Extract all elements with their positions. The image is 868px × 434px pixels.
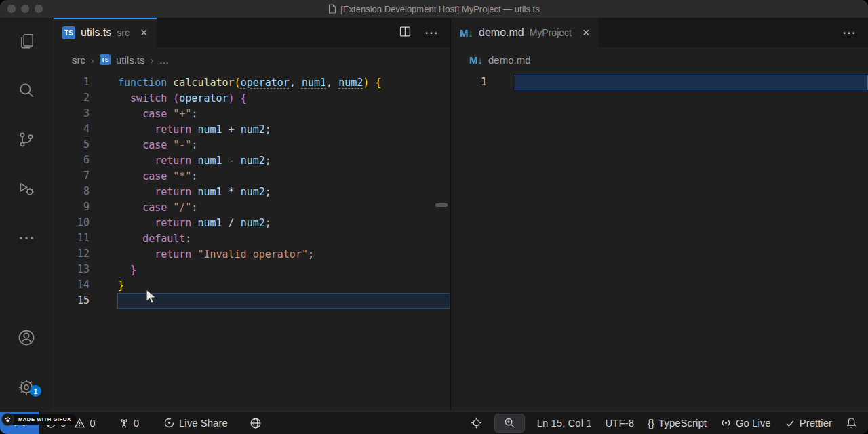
code-line[interactable]: 7 case "*":: [54, 168, 450, 184]
breadcrumb-item-file[interactable]: utils.ts: [116, 54, 145, 66]
go-live-button[interactable]: Go Live: [713, 412, 778, 434]
editor-actions-more-icon[interactable]: ⋯: [842, 24, 857, 41]
line-number[interactable]: 9: [54, 199, 90, 215]
line-number[interactable]: 12: [54, 246, 90, 262]
code-token: [167, 108, 173, 120]
tab-utils-ts[interactable]: TS utils.ts src ×: [54, 18, 157, 47]
minimize-window-button[interactable]: [21, 5, 29, 13]
code-line[interactable]: 11 default:: [54, 231, 450, 246]
line-number[interactable]: 2: [54, 90, 90, 106]
zoom-window-button[interactable]: [35, 5, 43, 13]
explorer-icon[interactable]: [17, 32, 36, 51]
line-number[interactable]: 8: [54, 184, 90, 199]
code-line[interactable]: 1: [451, 75, 868, 90]
tab-description: MyProject: [530, 27, 572, 38]
breadcrumb-item-src[interactable]: src: [72, 54, 85, 66]
code-line-content[interactable]: case "*":: [117, 168, 450, 184]
code-token: num1: [197, 155, 222, 167]
code-token: [167, 77, 173, 89]
code-line-content[interactable]: switch (operator) {: [117, 90, 450, 106]
radio-tower-icon: [119, 418, 130, 429]
code-line[interactable]: 15: [54, 293, 450, 309]
code-editor[interactable]: 1function calculator(operator, num1, num…: [54, 72, 450, 412]
close-tab-icon[interactable]: ×: [583, 26, 590, 39]
code-line[interactable]: 14}: [54, 277, 450, 293]
code-token: (: [173, 92, 179, 104]
line-number[interactable]: 3: [54, 106, 90, 121]
screencast-toggle[interactable]: [464, 412, 489, 434]
line-number[interactable]: 14: [54, 277, 90, 293]
code-token: [235, 92, 241, 104]
scrollbar-thumb[interactable]: [435, 203, 448, 207]
breadcrumb-item-file[interactable]: demo.md: [488, 54, 531, 66]
code-line-content[interactable]: default:: [117, 231, 450, 246]
more-views-icon[interactable]: [17, 229, 36, 248]
code-line-content[interactable]: return num1 + num2;: [117, 121, 450, 137]
line-number[interactable]: 1: [54, 75, 90, 90]
source-control-icon[interactable]: [17, 130, 36, 149]
accounts-icon[interactable]: [17, 328, 36, 347]
notifications-bell[interactable]: [839, 412, 868, 434]
code-line-content[interactable]: return num1 / num2;: [117, 215, 450, 231]
code-line[interactable]: 4 return num1 + num2;: [54, 121, 450, 137]
code-token: [167, 170, 173, 182]
tab-demo-md[interactable]: M↓ demo.md MyProject ×: [451, 18, 598, 47]
prettier-status[interactable]: Prettier: [778, 412, 839, 434]
code-editor[interactable]: 1: [451, 72, 868, 412]
line-number[interactable]: 10: [54, 215, 90, 231]
code-token: num2: [338, 77, 363, 89]
code-token: [118, 155, 155, 167]
code-line[interactable]: 5 case "-":: [54, 137, 450, 153]
code-line-content[interactable]: [515, 75, 868, 90]
globe-status[interactable]: [243, 412, 269, 434]
language-mode[interactable]: {} TypeScript: [641, 412, 713, 434]
line-number[interactable]: 13: [54, 262, 90, 277]
line-number[interactable]: 1: [451, 75, 487, 90]
close-window-button[interactable]: [7, 5, 16, 13]
code-line-content[interactable]: [117, 293, 450, 309]
run-debug-icon[interactable]: [17, 180, 36, 199]
activity-bar: 1: [0, 18, 54, 412]
close-tab-icon[interactable]: ×: [140, 26, 148, 39]
code-line-content[interactable]: }: [117, 262, 450, 277]
encoding-indicator[interactable]: UTF-8: [599, 412, 642, 434]
code-line-content[interactable]: case "/":: [117, 199, 450, 215]
code-token: {: [241, 92, 247, 104]
search-icon[interactable]: [17, 81, 36, 100]
cursor-position[interactable]: Ln 15, Col 1: [530, 412, 599, 434]
line-number[interactable]: 6: [54, 153, 90, 168]
code-line[interactable]: 12 return "Invalid operator";: [54, 246, 450, 262]
code-line[interactable]: 10 return num1 / num2;: [54, 215, 450, 231]
code-line-content[interactable]: return "Invalid operator";: [117, 246, 450, 262]
editor-actions-more-icon[interactable]: ⋯: [425, 24, 439, 41]
code-line-content[interactable]: return num1 * num2;: [117, 184, 450, 199]
code-token: "Invalid operator": [197, 248, 308, 260]
code-line-content[interactable]: case "+":: [117, 106, 450, 121]
code-token: "/": [173, 201, 191, 214]
code-line-content[interactable]: case "-":: [117, 137, 450, 153]
ports-status[interactable]: 0: [112, 412, 146, 434]
line-number[interactable]: 4: [54, 121, 90, 137]
code-line[interactable]: 3 case "+":: [54, 106, 450, 121]
typescript-file-icon: TS: [100, 54, 111, 65]
code-line[interactable]: 13 }: [54, 262, 450, 277]
window-title: [Extension Development Host] MyProject —…: [340, 4, 539, 14]
code-line[interactable]: 2 switch (operator) {: [54, 90, 450, 106]
breadcrumb-item-symbol[interactable]: …: [159, 54, 170, 66]
code-line[interactable]: 1function calculator(operator, num1, num…: [54, 75, 450, 90]
code-line[interactable]: 9 case "/":: [54, 199, 450, 215]
code-line-content[interactable]: return num1 - num2;: [117, 153, 450, 168]
line-number[interactable]: 7: [54, 168, 90, 184]
line-number[interactable]: 15: [54, 293, 90, 309]
code-line[interactable]: 8 return num1 * num2;: [54, 184, 450, 199]
live-share-status[interactable]: Live Share: [157, 412, 235, 434]
code-line-content[interactable]: }: [117, 277, 450, 293]
code-line[interactable]: 6 return num1 - num2;: [54, 153, 450, 168]
split-editor-icon[interactable]: [399, 26, 411, 40]
code-token: *: [222, 186, 241, 198]
code-line-content[interactable]: function calculator(operator, num1, num2…: [117, 75, 450, 90]
line-number[interactable]: 11: [54, 231, 90, 246]
line-number[interactable]: 5: [54, 137, 90, 153]
zoom-control[interactable]: [494, 414, 525, 433]
code-token: [167, 92, 173, 104]
